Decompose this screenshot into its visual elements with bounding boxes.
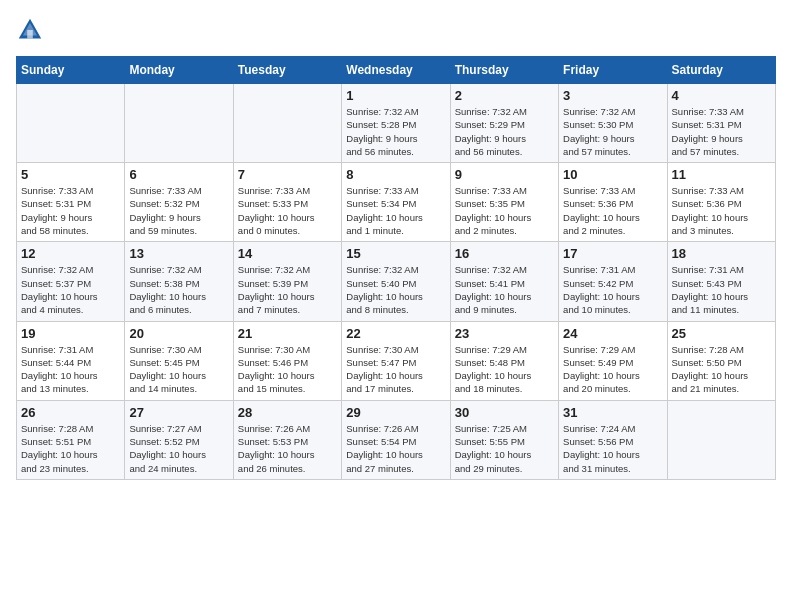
header-day: Monday: [125, 57, 233, 84]
calendar-cell: 2Sunrise: 7:32 AM Sunset: 5:29 PM Daylig…: [450, 84, 558, 163]
day-number: 1: [346, 88, 445, 103]
calendar-cell: 28Sunrise: 7:26 AM Sunset: 5:53 PM Dayli…: [233, 400, 341, 479]
day-number: 15: [346, 246, 445, 261]
svg-rect-2: [27, 30, 33, 38]
header-day: Wednesday: [342, 57, 450, 84]
day-info: Sunrise: 7:33 AM Sunset: 5:35 PM Dayligh…: [455, 184, 554, 237]
calendar-cell: 21Sunrise: 7:30 AM Sunset: 5:46 PM Dayli…: [233, 321, 341, 400]
day-number: 31: [563, 405, 662, 420]
day-number: 29: [346, 405, 445, 420]
calendar-cell: 12Sunrise: 7:32 AM Sunset: 5:37 PM Dayli…: [17, 242, 125, 321]
day-info: Sunrise: 7:27 AM Sunset: 5:52 PM Dayligh…: [129, 422, 228, 475]
day-info: Sunrise: 7:33 AM Sunset: 5:31 PM Dayligh…: [21, 184, 120, 237]
day-info: Sunrise: 7:24 AM Sunset: 5:56 PM Dayligh…: [563, 422, 662, 475]
day-number: 23: [455, 326, 554, 341]
calendar-cell: 18Sunrise: 7:31 AM Sunset: 5:43 PM Dayli…: [667, 242, 775, 321]
day-number: 18: [672, 246, 771, 261]
calendar-cell: 31Sunrise: 7:24 AM Sunset: 5:56 PM Dayli…: [559, 400, 667, 479]
day-number: 12: [21, 246, 120, 261]
header-day: Sunday: [17, 57, 125, 84]
day-info: Sunrise: 7:26 AM Sunset: 5:54 PM Dayligh…: [346, 422, 445, 475]
header-day: Saturday: [667, 57, 775, 84]
day-info: Sunrise: 7:33 AM Sunset: 5:31 PM Dayligh…: [672, 105, 771, 158]
day-number: 30: [455, 405, 554, 420]
day-number: 20: [129, 326, 228, 341]
calendar-cell: 3Sunrise: 7:32 AM Sunset: 5:30 PM Daylig…: [559, 84, 667, 163]
header-day: Friday: [559, 57, 667, 84]
calendar-cell: 27Sunrise: 7:27 AM Sunset: 5:52 PM Dayli…: [125, 400, 233, 479]
header-day: Tuesday: [233, 57, 341, 84]
page-header: [16, 16, 776, 44]
day-info: Sunrise: 7:32 AM Sunset: 5:37 PM Dayligh…: [21, 263, 120, 316]
day-info: Sunrise: 7:33 AM Sunset: 5:32 PM Dayligh…: [129, 184, 228, 237]
day-number: 25: [672, 326, 771, 341]
day-info: Sunrise: 7:33 AM Sunset: 5:36 PM Dayligh…: [672, 184, 771, 237]
calendar-body: 1Sunrise: 7:32 AM Sunset: 5:28 PM Daylig…: [17, 84, 776, 480]
logo-icon: [16, 16, 44, 44]
calendar-cell: [125, 84, 233, 163]
calendar-cell: 10Sunrise: 7:33 AM Sunset: 5:36 PM Dayli…: [559, 163, 667, 242]
day-info: Sunrise: 7:32 AM Sunset: 5:38 PM Dayligh…: [129, 263, 228, 316]
day-info: Sunrise: 7:29 AM Sunset: 5:49 PM Dayligh…: [563, 343, 662, 396]
calendar-cell: 23Sunrise: 7:29 AM Sunset: 5:48 PM Dayli…: [450, 321, 558, 400]
calendar-table: SundayMondayTuesdayWednesdayThursdayFrid…: [16, 56, 776, 480]
calendar-cell: 13Sunrise: 7:32 AM Sunset: 5:38 PM Dayli…: [125, 242, 233, 321]
day-number: 3: [563, 88, 662, 103]
day-number: 19: [21, 326, 120, 341]
calendar-cell: 15Sunrise: 7:32 AM Sunset: 5:40 PM Dayli…: [342, 242, 450, 321]
day-number: 16: [455, 246, 554, 261]
day-info: Sunrise: 7:32 AM Sunset: 5:40 PM Dayligh…: [346, 263, 445, 316]
day-number: 2: [455, 88, 554, 103]
calendar-week: 5Sunrise: 7:33 AM Sunset: 5:31 PM Daylig…: [17, 163, 776, 242]
day-info: Sunrise: 7:29 AM Sunset: 5:48 PM Dayligh…: [455, 343, 554, 396]
calendar-cell: 30Sunrise: 7:25 AM Sunset: 5:55 PM Dayli…: [450, 400, 558, 479]
day-number: 13: [129, 246, 228, 261]
calendar-cell: 5Sunrise: 7:33 AM Sunset: 5:31 PM Daylig…: [17, 163, 125, 242]
day-number: 17: [563, 246, 662, 261]
day-number: 5: [21, 167, 120, 182]
calendar-cell: 16Sunrise: 7:32 AM Sunset: 5:41 PM Dayli…: [450, 242, 558, 321]
calendar-cell: 17Sunrise: 7:31 AM Sunset: 5:42 PM Dayli…: [559, 242, 667, 321]
day-info: Sunrise: 7:32 AM Sunset: 5:28 PM Dayligh…: [346, 105, 445, 158]
calendar-cell: [667, 400, 775, 479]
calendar-week: 12Sunrise: 7:32 AM Sunset: 5:37 PM Dayli…: [17, 242, 776, 321]
day-info: Sunrise: 7:32 AM Sunset: 5:41 PM Dayligh…: [455, 263, 554, 316]
day-info: Sunrise: 7:28 AM Sunset: 5:51 PM Dayligh…: [21, 422, 120, 475]
calendar-cell: 11Sunrise: 7:33 AM Sunset: 5:36 PM Dayli…: [667, 163, 775, 242]
calendar-cell: 24Sunrise: 7:29 AM Sunset: 5:49 PM Dayli…: [559, 321, 667, 400]
calendar-week: 19Sunrise: 7:31 AM Sunset: 5:44 PM Dayli…: [17, 321, 776, 400]
header-row: SundayMondayTuesdayWednesdayThursdayFrid…: [17, 57, 776, 84]
day-info: Sunrise: 7:33 AM Sunset: 5:33 PM Dayligh…: [238, 184, 337, 237]
calendar-cell: 14Sunrise: 7:32 AM Sunset: 5:39 PM Dayli…: [233, 242, 341, 321]
day-info: Sunrise: 7:26 AM Sunset: 5:53 PM Dayligh…: [238, 422, 337, 475]
header-day: Thursday: [450, 57, 558, 84]
day-number: 14: [238, 246, 337, 261]
day-number: 26: [21, 405, 120, 420]
calendar-week: 26Sunrise: 7:28 AM Sunset: 5:51 PM Dayli…: [17, 400, 776, 479]
day-info: Sunrise: 7:31 AM Sunset: 5:43 PM Dayligh…: [672, 263, 771, 316]
day-number: 22: [346, 326, 445, 341]
calendar-cell: 6Sunrise: 7:33 AM Sunset: 5:32 PM Daylig…: [125, 163, 233, 242]
calendar-header: SundayMondayTuesdayWednesdayThursdayFrid…: [17, 57, 776, 84]
day-info: Sunrise: 7:32 AM Sunset: 5:30 PM Dayligh…: [563, 105, 662, 158]
day-number: 27: [129, 405, 228, 420]
calendar-cell: [233, 84, 341, 163]
day-info: Sunrise: 7:30 AM Sunset: 5:47 PM Dayligh…: [346, 343, 445, 396]
day-number: 9: [455, 167, 554, 182]
calendar-cell: 26Sunrise: 7:28 AM Sunset: 5:51 PM Dayli…: [17, 400, 125, 479]
calendar-cell: 4Sunrise: 7:33 AM Sunset: 5:31 PM Daylig…: [667, 84, 775, 163]
calendar-cell: 29Sunrise: 7:26 AM Sunset: 5:54 PM Dayli…: [342, 400, 450, 479]
logo: [16, 16, 48, 44]
calendar-cell: 20Sunrise: 7:30 AM Sunset: 5:45 PM Dayli…: [125, 321, 233, 400]
calendar-cell: 22Sunrise: 7:30 AM Sunset: 5:47 PM Dayli…: [342, 321, 450, 400]
calendar-cell: [17, 84, 125, 163]
day-info: Sunrise: 7:30 AM Sunset: 5:46 PM Dayligh…: [238, 343, 337, 396]
day-number: 21: [238, 326, 337, 341]
calendar-cell: 25Sunrise: 7:28 AM Sunset: 5:50 PM Dayli…: [667, 321, 775, 400]
day-info: Sunrise: 7:31 AM Sunset: 5:42 PM Dayligh…: [563, 263, 662, 316]
day-info: Sunrise: 7:25 AM Sunset: 5:55 PM Dayligh…: [455, 422, 554, 475]
day-info: Sunrise: 7:28 AM Sunset: 5:50 PM Dayligh…: [672, 343, 771, 396]
day-info: Sunrise: 7:31 AM Sunset: 5:44 PM Dayligh…: [21, 343, 120, 396]
day-number: 8: [346, 167, 445, 182]
day-info: Sunrise: 7:33 AM Sunset: 5:34 PM Dayligh…: [346, 184, 445, 237]
